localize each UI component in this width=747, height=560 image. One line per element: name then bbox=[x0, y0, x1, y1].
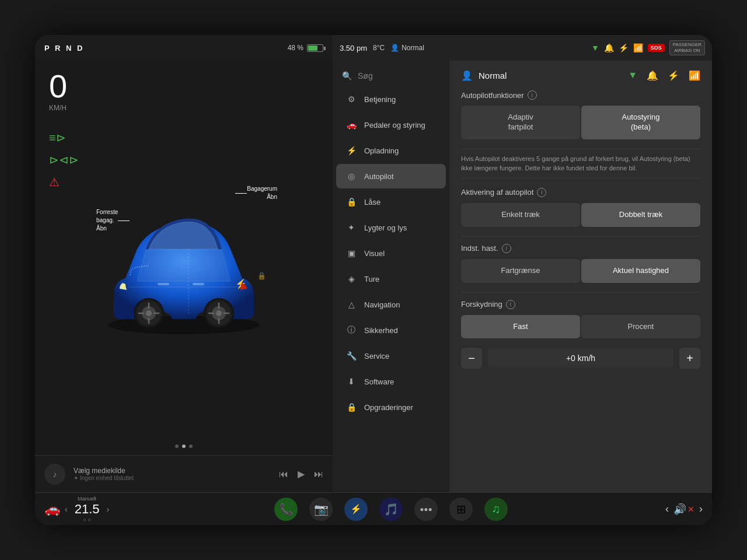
car-button[interactable]: 🚗 bbox=[44, 502, 60, 517]
speed-control: − +0 km/h + bbox=[461, 348, 700, 369]
sidebar-item-software[interactable]: ⬇ Software bbox=[336, 369, 446, 394]
opladning-label: Opladning bbox=[364, 146, 399, 155]
device-screen: P R N D 48 % 3.50 pm 8°C 👤 Normal ▼ 🔔 ⚡ … bbox=[35, 35, 712, 525]
aktuel-hastighed-button[interactable]: Aktuel hastighed bbox=[581, 259, 700, 283]
dobbelt-traek-button[interactable]: Dobbelt træk bbox=[581, 203, 700, 227]
trunk-label: BagagerumÅbn bbox=[247, 185, 277, 201]
car-svg: ⚡ 🔒 bbox=[90, 179, 277, 342]
next-button[interactable]: › bbox=[699, 503, 703, 515]
aktivering-label: Aktivering af autopilot bbox=[461, 188, 533, 197]
temp-increase-button[interactable]: › bbox=[107, 505, 110, 514]
bell-icon: 🔔 bbox=[604, 43, 614, 52]
dots-button[interactable]: ●●● bbox=[414, 498, 438, 521]
volume-control[interactable]: 🔊 ✕ bbox=[673, 503, 694, 516]
sidebar-item-pedaler[interactable]: 🚗 Pedaler og styring bbox=[336, 113, 446, 137]
prev-button[interactable]: ‹ bbox=[665, 503, 669, 515]
sidebar-item-opladning[interactable]: ⚡ Opladning bbox=[336, 138, 446, 163]
status-left: P R N D 48 % bbox=[35, 44, 333, 52]
media-info: Vælg mediekilde ✦ Ingen enhed tilsluttet bbox=[74, 467, 271, 481]
prev-track-button[interactable]: ⏮ bbox=[279, 469, 288, 480]
sidebar-item-lygter[interactable]: ✦ Lygter og lys bbox=[336, 215, 446, 240]
search-label: Søg bbox=[358, 71, 373, 80]
procent-button[interactable]: Procent bbox=[581, 315, 700, 339]
enkelt-traek-button[interactable]: Enkelt træk bbox=[461, 203, 580, 227]
pedaler-label: Pedaler og styring bbox=[364, 121, 425, 130]
autostyring-button[interactable]: Autostyring(beta) bbox=[581, 106, 700, 139]
airbag-line2: AIRBAG ON bbox=[673, 48, 701, 54]
lygter-label: Lygter og lys bbox=[364, 223, 407, 232]
play-button[interactable]: ▶ bbox=[298, 468, 305, 480]
volume-icon: 🔊 bbox=[673, 503, 686, 516]
sidebar-item-visuel[interactable]: ▣ Visuel bbox=[336, 241, 446, 265]
next-track-button[interactable]: ⏭ bbox=[314, 469, 323, 480]
aktivering-section-title: Aktivering af autopilot i bbox=[461, 188, 700, 197]
right-panel: 🔍 Søg ⚙ Betjening 🚗 Pedaler og styring ⚡… bbox=[333, 61, 712, 492]
bluetooth-icon: ⚡ bbox=[619, 43, 629, 52]
fartgraense-button[interactable]: Fartgrænse bbox=[461, 259, 580, 283]
fast-button[interactable]: Fast bbox=[461, 315, 580, 339]
menu-search[interactable]: 🔍 Søg bbox=[333, 65, 449, 86]
sidebar-item-navigation[interactable]: △ Navigation bbox=[336, 292, 446, 317]
user-label: Normal bbox=[402, 44, 424, 52]
temp-value-display: 21.5 bbox=[75, 502, 100, 517]
wifi-icon: ▼ bbox=[591, 43, 599, 52]
sidebar-item-ture[interactable]: ◈ Ture bbox=[336, 267, 446, 291]
software-label: Software bbox=[364, 377, 394, 386]
bluetooth3-icon: ⚡ bbox=[350, 503, 362, 514]
forskydning-info-icon[interactable]: i bbox=[506, 300, 515, 309]
spotify-app-button[interactable]: ♫ bbox=[484, 498, 508, 521]
indst-hast-section-title: Indst. hast. i bbox=[461, 244, 700, 253]
music-app-button[interactable]: 🎵 bbox=[379, 498, 403, 521]
alert-icon: ⚠ bbox=[49, 175, 79, 189]
car-status-icons: ≡⊳ ⊳⊲⊳ ⚠ bbox=[49, 131, 79, 189]
indst-hast-label: Indst. hast. bbox=[461, 244, 498, 253]
autopilot-info-icon[interactable]: i bbox=[528, 90, 537, 100]
autopilot-button-group: Adaptivfartpilot Autostyring(beta) bbox=[461, 106, 700, 139]
taskbar-right: ‹ 🔊 ✕ › bbox=[621, 503, 703, 516]
sidebar-item-betjening[interactable]: ⚙ Betjening bbox=[336, 87, 446, 111]
settings-user-name: Normal bbox=[479, 71, 507, 80]
status-temp: 8°C bbox=[373, 44, 385, 52]
media-source-button[interactable]: ♪ bbox=[44, 464, 65, 485]
bluetooth2-icon: ⚡ bbox=[668, 70, 679, 81]
speed-minus-button[interactable]: − bbox=[461, 348, 482, 369]
speed-plus-button[interactable]: + bbox=[679, 348, 700, 369]
service-icon: 🔧 bbox=[345, 350, 357, 362]
forskydning-button-group: Fast Procent bbox=[461, 315, 700, 339]
grid-app-button[interactable]: ⊞ bbox=[449, 498, 473, 521]
front-trunk-label: Forrestebagag.Åbn bbox=[96, 208, 118, 233]
battery-percent: 48 % bbox=[288, 44, 303, 52]
settings-panel: 👤 Normal ▼ 🔔 ⚡ 📶 Autopilotfunktioner i A bbox=[449, 61, 712, 492]
left-panel: 0 KM/H ≡⊳ ⊳⊲⊳ ⚠ Forrestebagag.Åbn bbox=[35, 61, 333, 492]
aktivering-info-icon[interactable]: i bbox=[537, 188, 546, 197]
sidebar-item-lase[interactable]: 🔒 Låse bbox=[336, 190, 446, 214]
status-icons: ▼ 🔔 ⚡ 📶 SOS PASSENGER AIRBAG ON bbox=[591, 40, 705, 55]
temperature-control: Manuelt ‹ 21.5 › ○ ○ bbox=[65, 496, 109, 523]
software-icon: ⬇ bbox=[345, 376, 357, 387]
indst-hast-button-group: Fartgrænse Aktuel hastighed bbox=[461, 259, 700, 283]
sidebar-item-autopilot[interactable]: ◎ Autopilot bbox=[336, 164, 446, 188]
indst-hast-info-icon[interactable]: i bbox=[502, 244, 511, 253]
sidebar-item-opgraderinger[interactable]: 🔒 Opgraderinger bbox=[336, 395, 446, 419]
autopilot-label: Autopilot bbox=[364, 172, 394, 181]
status-bar: P R N D 48 % 3.50 pm 8°C 👤 Normal ▼ 🔔 ⚡ … bbox=[35, 35, 712, 61]
music-icon: 🎵 bbox=[384, 502, 399, 516]
autopilot-icon: ◎ bbox=[345, 170, 357, 182]
svg-rect-3 bbox=[193, 283, 204, 285]
bell2-icon: 🔔 bbox=[647, 70, 658, 81]
autopilot-section-label: Autopilotfunktioner bbox=[461, 91, 524, 100]
divider-2 bbox=[461, 292, 700, 293]
camera-app-button[interactable]: 📷 bbox=[309, 498, 333, 521]
edge-icon: ⊳⊲⊳ bbox=[49, 153, 79, 167]
autopilot-section-title: Autopilotfunktioner i bbox=[461, 90, 700, 100]
sidebar-item-sikkerhed[interactable]: ⓘ Sikkerhed bbox=[336, 318, 446, 342]
bluetooth-app-button[interactable]: ⚡ bbox=[344, 498, 368, 521]
media-controls: ⏮ ▶ ⏭ bbox=[279, 468, 323, 480]
temp-indicator: ○ ○ bbox=[83, 517, 90, 523]
visuel-label: Visuel bbox=[364, 249, 385, 258]
sidebar-item-service[interactable]: 🔧 Service bbox=[336, 344, 446, 368]
adaptiv-fartpilot-button[interactable]: Adaptivfartpilot bbox=[461, 106, 580, 139]
phone-app-button[interactable]: 📞 bbox=[274, 498, 298, 521]
media-bar: ♪ Vælg mediekilde ✦ Ingen enhed tilslutt… bbox=[35, 455, 333, 492]
temp-decrease-button[interactable]: ‹ bbox=[65, 505, 68, 514]
